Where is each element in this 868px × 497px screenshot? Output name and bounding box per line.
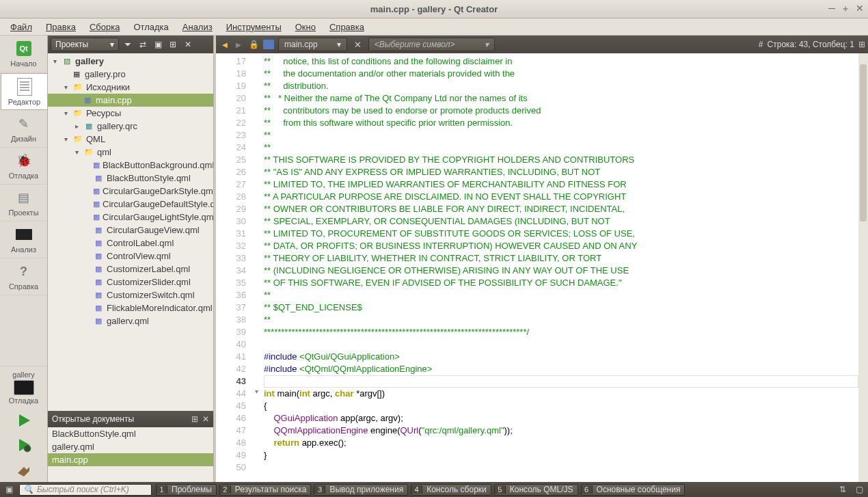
open-doc[interactable]: gallery.qml — [48, 440, 213, 453]
window-title: main.cpp - gallery - Qt Creator — [370, 4, 498, 14]
sync-icon[interactable]: ⇄ — [137, 38, 149, 51]
line-numbers: 1718192021222324252627282930313233343536… — [216, 53, 252, 482]
folder-icon: 📁 — [83, 148, 94, 157]
menu-window[interactable]: Окно — [289, 20, 322, 34]
menu-build[interactable]: Сборка — [83, 20, 126, 34]
nav-fwd-icon[interactable]: ► — [232, 38, 245, 51]
scroll-thumb[interactable] — [860, 64, 867, 221]
close-panel-icon[interactable]: ✕ — [182, 38, 194, 51]
menu-analyze[interactable]: Анализ — [176, 20, 219, 34]
maximize-icon[interactable]: ＋ — [841, 3, 850, 15]
tree-pro-file[interactable]: ▦gallery.pro — [48, 68, 213, 81]
menu-edit[interactable]: Правка — [40, 20, 82, 34]
tree-resources[interactable]: ▾📁Ресурсы — [48, 107, 213, 120]
tree-qml-file[interactable]: ▩ControlLabel.qml — [48, 237, 213, 250]
tree-qml-file[interactable]: ▩ControlView.qml — [48, 250, 213, 263]
output-pane-2[interactable]: 2Результаты поиска — [219, 484, 312, 496]
output-pane-3[interactable]: 3Вывод приложения — [314, 484, 408, 496]
tree-qml-file[interactable]: ▩BlackButtonBackground.qml — [48, 159, 213, 172]
editor-scrollbar[interactable] — [858, 53, 868, 482]
run-button[interactable] — [0, 408, 47, 433]
open-doc[interactable]: main.cpp — [48, 453, 213, 466]
tree-project[interactable]: ▾▧gallery — [48, 55, 213, 68]
code-editor[interactable]: 1718192021222324252627282930313233343536… — [216, 53, 868, 482]
lock-icon[interactable]: 🔒 — [249, 40, 259, 49]
tree-qml-file[interactable]: ▩CustomizerSlider.qml — [48, 276, 213, 288]
tree-qml-file[interactable]: ▩gallerv.qml — [48, 314, 213, 327]
symbol-combo[interactable]: <Выберите символ> ▾ — [368, 38, 495, 51]
menu-tools[interactable]: Инструменты — [220, 20, 288, 34]
tree-qml-file[interactable]: ▩FlickableMoreIndicator.qml — [48, 301, 213, 314]
folder-icon: 📁 — [72, 83, 83, 92]
menu-help[interactable]: Справка — [323, 20, 370, 34]
hash-icon[interactable]: # — [759, 40, 763, 49]
toggle-sidebar-icon[interactable]: ▣ — [3, 484, 15, 495]
tree-qml-file[interactable]: ▩CircularGaugeDefaultStyle.qml — [48, 198, 213, 211]
tree-qml-file[interactable]: ▩CircularGaugeView.qml — [48, 224, 213, 237]
mode-bar: QtНачало Редактор ✎Дизайн 🐞Отладка ▤Прое… — [0, 36, 48, 482]
qml-icon: ▩ — [93, 265, 104, 274]
mode-projects[interactable]: ▤Проекты — [0, 185, 47, 221]
bottom-bar: ▣ 🔍Быстрый поиск (Ctrl+K) 1Проблемы2Резу… — [0, 482, 868, 497]
output-pane-6[interactable]: 6Основные сообщения — [581, 484, 686, 496]
tree-qml-file[interactable]: ▩CustomizerSwitch.qml — [48, 288, 213, 301]
mode-analyze[interactable]: Анализ — [0, 221, 47, 258]
mode-start[interactable]: QtНачало — [0, 36, 47, 72]
output-pane-4[interactable]: 4Консоль сборки — [411, 484, 491, 496]
search-icon: 🔍 — [23, 485, 33, 494]
editor-icon — [17, 78, 32, 96]
open-docs-list[interactable]: BlackButtonStyle.qml gallery.qml main.cp… — [48, 427, 213, 482]
close-icon[interactable]: ✕ — [202, 414, 209, 424]
collapse-icon[interactable]: ▣ — [152, 38, 164, 51]
split-editor-icon[interactable]: ⊞ — [858, 40, 865, 49]
target-selector[interactable]: gallery Отладка — [0, 366, 47, 408]
locator-input[interactable]: 🔍Быстрый поиск (Ctrl+K) — [19, 484, 152, 496]
tree-qml-file[interactable]: ▩CircularGaugeDarkStyle.qml — [48, 185, 213, 198]
mode-debug[interactable]: 🐞Отладка — [0, 148, 47, 185]
file-combo[interactable]: main.cpp▾ — [278, 38, 347, 51]
chevron-down-icon: ▾ — [337, 40, 341, 49]
project-tree[interactable]: ▾▧gallery ▦gallery.pro ▾📁Исходники ▩main… — [48, 53, 213, 411]
menu-file[interactable]: Файл — [4, 20, 38, 34]
window-title-bar: main.cpp - gallery - Qt Creator ─ ＋ ✕ — [0, 0, 868, 18]
nav-back-icon[interactable]: ◄ — [219, 38, 231, 51]
tree-qml-file[interactable]: ▩BlackButtonStyle.qml — [48, 172, 213, 185]
project-icon: ▧ — [62, 57, 72, 66]
open-doc[interactable]: BlackButtonStyle.qml — [48, 427, 213, 440]
output-close-icon[interactable]: ▢ — [853, 484, 865, 495]
menu-debug[interactable]: Отладка — [127, 20, 174, 34]
tree-qml-file[interactable]: ▩CustomizerLabel.qml — [48, 263, 213, 276]
split-icon[interactable]: ⊞ — [191, 414, 198, 424]
mode-design[interactable]: ✎Дизайн — [0, 111, 47, 148]
filter-icon[interactable]: ⏷ — [122, 38, 134, 51]
tree-qml-group[interactable]: ▾📁QML — [48, 133, 213, 146]
close-icon[interactable]: ✕ — [856, 3, 864, 15]
tree-qml-folder[interactable]: ▾📁qml — [48, 146, 213, 159]
cpp-icon — [263, 40, 274, 49]
tree-sources[interactable]: ▾📁Исходники — [48, 81, 213, 94]
tree-main-cpp[interactable]: ▩main.cpp — [48, 94, 213, 107]
editor-close-icon[interactable]: ✕ — [351, 40, 364, 50]
minimize-icon[interactable]: ─ — [828, 3, 835, 15]
output-pane-1[interactable]: 1Проблемы — [156, 484, 217, 496]
target-config: Отладка — [9, 397, 38, 405]
mode-help[interactable]: ?Справка — [0, 258, 47, 295]
tree-qml-file[interactable]: ▩CircularGaugeLightStyle.qml — [48, 211, 213, 224]
view-combo[interactable]: Проекты▾ — [51, 38, 119, 51]
run-debug-button[interactable] — [0, 433, 47, 457]
qml-icon: ▩ — [93, 213, 100, 222]
output-pane-5[interactable]: 5Консоль QML/JS — [494, 484, 578, 496]
split-icon[interactable]: ⊞ — [167, 38, 179, 51]
output-updown-icon[interactable]: ⇅ — [837, 484, 849, 495]
mode-editor[interactable]: Редактор — [1, 73, 47, 110]
code-text[interactable]: ** notice, this list of conditions and t… — [261, 53, 858, 482]
help-icon: ? — [15, 263, 33, 280]
cursor-position[interactable]: Строка: 43, Столбец: 1 — [768, 40, 854, 49]
fold-column[interactable]: ▾ — [252, 53, 261, 482]
tree-qrc[interactable]: ▸▩gallery.qrc — [48, 120, 213, 133]
qml-icon: ▩ — [93, 278, 104, 287]
build-button[interactable] — [0, 457, 47, 482]
bug-icon: 🐞 — [15, 152, 33, 170]
side-toolbar: Проекты▾ ⏷ ⇄ ▣ ⊞ ✕ — [48, 36, 213, 53]
side-panel: Проекты▾ ⏷ ⇄ ▣ ⊞ ✕ ▾▧gallery ▦gallery.pr… — [48, 36, 214, 482]
